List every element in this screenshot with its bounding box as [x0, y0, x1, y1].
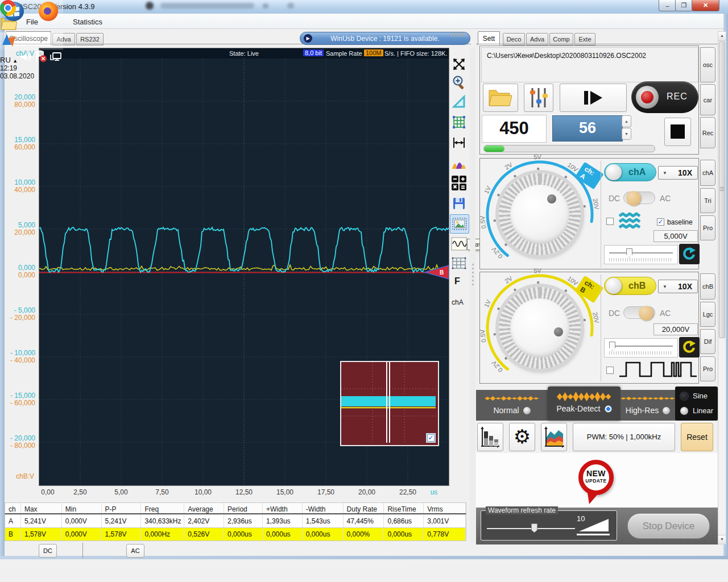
coupling-dc-button[interactable]: DC	[39, 544, 57, 558]
play-step-button[interactable]	[560, 84, 627, 112]
save-image-icon[interactable]	[450, 214, 469, 234]
network-icon[interactable]	[49, 51, 63, 63]
side-tab-cha-tri[interactable]: Tri	[700, 188, 715, 213]
toolbar-channel-label[interactable]: chA	[452, 298, 464, 306]
chb-ac-label: AC	[660, 309, 671, 318]
rec-button[interactable]: REC	[631, 81, 698, 113]
time-axis-label: 2,50	[66, 488, 94, 496]
refresh-rate-thumb[interactable]	[531, 523, 537, 533]
volume-icon[interactable]	[19, 51, 32, 63]
stop-record-button[interactable]	[664, 118, 691, 146]
new-update-badge[interactable]: NEW UPDATE	[578, 460, 614, 495]
table-cell: 5,241V	[102, 515, 142, 527]
interpolation-radio[interactable]	[680, 392, 688, 400]
chb-reset-button[interactable]	[679, 337, 700, 357]
cha-invert-checkbox[interactable]	[606, 218, 614, 225]
measure-width-icon[interactable]	[450, 134, 468, 152]
expand-icon[interactable]	[450, 55, 468, 73]
grid-icon[interactable]	[450, 113, 468, 131]
side-tab-cha-pro[interactable]: Pro	[700, 215, 715, 240]
acquisition-mode-normal[interactable]: Normal	[476, 390, 548, 421]
acquisition-mode-radio[interactable]	[605, 405, 612, 413]
table-header-cell: Max	[21, 503, 62, 513]
save-icon[interactable]	[450, 194, 468, 213]
cha-reset-button[interactable]	[679, 244, 700, 264]
control-panel: Sett Deco Adva Comp Exte C:\Users\Женя\D…	[476, 28, 727, 544]
area-chart-button[interactable]	[541, 423, 567, 451]
zoom-in-icon[interactable]	[450, 73, 468, 92]
dial-knob[interactable]	[499, 287, 581, 369]
coupling-ac-button[interactable]: AC	[126, 544, 144, 558]
record-settings-button[interactable]	[524, 84, 553, 112]
reset-button[interactable]: Reset	[681, 423, 713, 451]
chevron-down-icon: ▼	[663, 284, 667, 289]
cha-volts-dial[interactable]: 0.2V0.5V1V2V5V10V20Vch: A	[480, 159, 601, 270]
play-icon[interactable]: ▶	[304, 34, 312, 43]
side-tab-cha-cha[interactable]: chA	[700, 160, 715, 186]
splitter[interactable]	[470, 48, 475, 542]
spectrum-icon[interactable]	[450, 154, 468, 172]
action-center-flag-icon[interactable]	[34, 50, 48, 63]
language-indicator[interactable]: RU	[0, 56, 11, 64]
fft-button[interactable]: F	[454, 276, 460, 286]
record-count-input[interactable]: 56	[552, 115, 623, 142]
waveform-icon[interactable]	[450, 235, 468, 253]
table-icon[interactable]	[450, 254, 468, 272]
chb-offset-slider[interactable]	[604, 338, 678, 357]
open-file-button[interactable]	[483, 84, 518, 112]
firefox-icon[interactable]	[39, 2, 58, 21]
side-tab-chb-pro[interactable]: Pro	[700, 356, 715, 381]
chb-digital-checkbox[interactable]	[606, 367, 614, 374]
chb-offset-thumb[interactable]	[609, 342, 615, 351]
acquisition-mode-peak-detect[interactable]: Peak-Detect	[548, 386, 621, 421]
histogram-button[interactable]	[477, 423, 503, 451]
tray-expand-icon[interactable]: ▲	[13, 58, 18, 64]
cha-offset-slider[interactable]	[604, 245, 678, 264]
cha-baseline-checkbox[interactable]: ✓	[657, 218, 664, 226]
pwm-button[interactable]: PWM: 50% | 1,000kHz	[573, 423, 675, 451]
table-cell: 0,686us	[384, 515, 424, 527]
chb-coupling-toggle[interactable]	[623, 306, 655, 319]
menu-statistics[interactable]: Statistics	[68, 16, 107, 27]
cha-coupling-toggle[interactable]	[623, 192, 655, 204]
background-window-close	[263, 3, 268, 9]
chb-enable-toggle[interactable]: chB	[604, 277, 656, 295]
record-count-spinner[interactable]: ▲ ▼	[622, 115, 631, 140]
interpolation-radio[interactable]	[680, 407, 688, 415]
stop-device-button[interactable]: Stop Device	[627, 513, 710, 539]
scope-grid[interactable]: B ✓	[39, 59, 449, 485]
table-cell: 1,393us	[263, 515, 303, 527]
time-axis-label: 5,00	[107, 488, 135, 496]
inset-visible-checkbox[interactable]: ✓	[427, 434, 435, 442]
acquisition-mode-radio[interactable]	[523, 407, 531, 414]
cha-offset-thumb[interactable]	[626, 248, 632, 257]
acquisition-mode-radio[interactable]	[663, 407, 670, 414]
time-axis-label: 22,50	[394, 488, 422, 496]
refresh-rate-track[interactable]	[487, 528, 575, 529]
clock-date[interactable]: 03.08.2020	[0, 72, 63, 80]
side-tab-chb-dif[interactable]: Dif	[700, 329, 715, 354]
close-button[interactable]: ✕	[692, 0, 719, 11]
ruler-triangle-icon[interactable]	[450, 93, 468, 111]
side-tab-rec-osc[interactable]: osc	[700, 47, 715, 82]
dial-knob[interactable]	[499, 173, 581, 255]
minimize-button[interactable]: –	[659, 0, 676, 11]
acquisition-mode-high-res[interactable]: High-Res	[621, 390, 675, 421]
side-tab-chb-lgc[interactable]: Lgc	[700, 302, 715, 327]
cha-enable-toggle[interactable]: chA	[604, 163, 656, 181]
interpolation-sine[interactable]: Sine	[680, 392, 708, 400]
clock-time[interactable]: 12:19	[0, 64, 63, 72]
side-tab-rec-car[interactable]: car	[700, 84, 715, 115]
cha-probe-dropdown[interactable]: ▼ 10X	[658, 166, 698, 180]
math-icon[interactable]	[450, 174, 468, 192]
osc2002-taskbar-button[interactable]	[0, 32, 63, 50]
chb-probe-dropdown[interactable]: ▼ 10X	[658, 280, 698, 293]
panel-scrollbar[interactable]: ▲ ▼	[718, 31, 726, 544]
chb-volts-dial[interactable]: 0.2V0.5V1V2V5V10V20Vch: B	[480, 272, 601, 384]
interpolation-linear[interactable]: Linear	[680, 406, 713, 415]
gear-settings-button[interactable]: ⚙	[509, 423, 535, 451]
restore-button[interactable]: ❐	[675, 0, 693, 11]
waveform-overview-inset[interactable]: ✓	[340, 361, 439, 446]
side-tab-chb-chb[interactable]: chB	[700, 273, 715, 300]
side-tab-rec-rec[interactable]: Rec	[700, 117, 715, 148]
